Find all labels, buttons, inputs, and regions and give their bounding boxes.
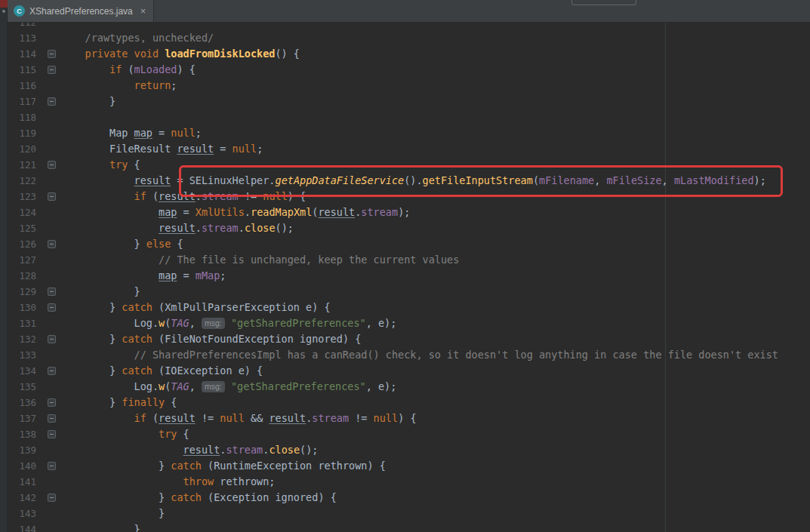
code-line[interactable]: 117 }: [0, 94, 810, 109]
code-token: }: [60, 364, 122, 377]
code-token: loadFromDiskLocked: [165, 48, 275, 60]
fold-marker-icon[interactable]: [48, 462, 56, 470]
fold-marker-icon[interactable]: [48, 66, 56, 74]
fold-marker-icon[interactable]: [48, 494, 56, 502]
code-line[interactable]: 116 return;: [0, 78, 810, 94]
code-line[interactable]: 135 Log.w(TAG, msg: "getSharedPreference…: [0, 379, 810, 395]
fold-marker-icon[interactable]: [48, 303, 56, 312]
gutter[interactable]: 124: [0, 204, 60, 220]
code-line[interactable]: 140 } catch (RuntimeException rethrown) …: [0, 458, 810, 474]
gutter[interactable]: 130: [0, 300, 60, 315]
code-line[interactable]: 126 } else {: [0, 236, 810, 252]
gutter[interactable]: 115: [0, 62, 60, 78]
tab-close-icon[interactable]: ×: [140, 6, 146, 16]
fold-marker-icon[interactable]: [48, 288, 56, 296]
code-editor[interactable]: 112113 /rawtypes, unchecked/114 private …: [0, 23, 810, 532]
code-line[interactable]: 134 } catch (IOException e) {: [0, 363, 810, 379]
code-token: if: [60, 190, 152, 202]
code-line[interactable]: 121 try {: [0, 157, 810, 173]
code-line[interactable]: 132 } catch (FileNotFoundException ignor…: [0, 331, 810, 347]
left-tool-strip: [0, 0, 8, 532]
code-line[interactable]: 139 result.stream.close();: [0, 442, 810, 458]
code-line[interactable]: 144 }: [0, 521, 810, 532]
fold-marker-icon[interactable]: [48, 398, 56, 407]
code-line[interactable]: 122 result = SELinuxHelper.getAppDataFil…: [0, 173, 810, 189]
code-line[interactable]: 124 map = XmlUtils.readMapXml(result.str…: [0, 204, 810, 220]
line-number: 122: [8, 173, 36, 189]
code-text: Log.w(TAG, msg: "getSharedPreferences", …: [60, 379, 810, 395]
code-line[interactable]: 141 throw rethrown;: [0, 474, 810, 490]
fold-marker-icon[interactable]: [48, 50, 56, 58]
gutter[interactable]: 137: [0, 411, 60, 426]
code-line[interactable]: 137 if (result != null && result.stream …: [0, 411, 810, 426]
code-token: ().: [404, 174, 422, 186]
fold-marker-icon[interactable]: [48, 367, 56, 375]
code-token: .: [245, 206, 251, 218]
gutter[interactable]: 116: [0, 78, 60, 94]
gutter[interactable]: 144: [0, 521, 60, 532]
gutter[interactable]: 141: [0, 474, 60, 490]
gutter[interactable]: 132: [0, 331, 60, 347]
code-line[interactable]: 125 result.stream.close();: [0, 220, 810, 236]
gutter[interactable]: 125: [0, 220, 60, 236]
code-line[interactable]: 112: [0, 23, 810, 30]
code-line[interactable]: 142 } catch (Exception ignored) {: [0, 490, 810, 506]
code-line[interactable]: 136 } finally {: [0, 395, 810, 411]
gutter[interactable]: 127: [0, 252, 60, 268]
gutter[interactable]: 142: [0, 490, 60, 506]
code-line[interactable]: 114 private void loadFromDiskLocked() {: [0, 46, 810, 62]
gutter[interactable]: 139: [0, 442, 60, 458]
gutter[interactable]: 117: [0, 94, 60, 109]
code-line[interactable]: 115 if (mLoaded) {: [0, 62, 810, 78]
code-line[interactable]: 128 map = mMap;: [0, 268, 810, 284]
line-number: 123: [8, 189, 36, 204]
fold-marker-icon[interactable]: [48, 414, 56, 423]
gutter[interactable]: 128: [0, 268, 60, 284]
fold-marker-icon[interactable]: [48, 97, 56, 106]
gutter[interactable]: 136: [0, 395, 60, 411]
gutter[interactable]: 129: [0, 284, 60, 300]
fold-marker-icon[interactable]: [48, 161, 56, 169]
gutter[interactable]: 121: [0, 157, 60, 173]
gutter[interactable]: 112: [0, 23, 60, 30]
code-line[interactable]: 129 }: [0, 284, 810, 300]
code-line[interactable]: 120 FileResult result = null;: [0, 141, 810, 157]
gutter[interactable]: 131: [0, 315, 60, 331]
gutter[interactable]: 135: [0, 379, 60, 395]
gutter[interactable]: 133: [0, 347, 60, 363]
fold-marker-icon[interactable]: [48, 192, 56, 201]
gutter[interactable]: 113: [0, 30, 60, 46]
fold-marker-icon[interactable]: [48, 240, 56, 248]
gutter[interactable]: 140: [0, 458, 60, 474]
gutter[interactable]: 122: [0, 173, 60, 189]
code-line[interactable]: 113 /rawtypes, unchecked/: [0, 30, 810, 46]
gutter[interactable]: 119: [0, 125, 60, 141]
gutter[interactable]: 126: [0, 236, 60, 252]
gutter[interactable]: 118: [0, 109, 60, 125]
code-line[interactable]: 127 // The file is unchanged, keep the c…: [0, 252, 810, 268]
code-token: close: [245, 222, 276, 234]
code-line[interactable]: 123 if (result.stream != null) {: [0, 189, 810, 204]
gutter[interactable]: 134: [0, 363, 60, 379]
fold-marker-icon[interactable]: [48, 335, 56, 343]
gutter[interactable]: 138: [0, 426, 60, 442]
gutter[interactable]: 123: [0, 189, 60, 204]
code-text: return;: [60, 78, 810, 94]
code-line[interactable]: 133 // SharedPreferencesImpl has a canRe…: [0, 347, 810, 363]
fold-marker-icon[interactable]: [48, 430, 56, 438]
gutter[interactable]: 114: [0, 46, 60, 62]
gutter[interactable]: 143: [0, 506, 60, 521]
code-token: // The file is unchanged, keep the curre…: [60, 254, 459, 266]
tab-xsharedpreferences[interactable]: C XSharedPreferences.java ×: [8, 0, 154, 22]
gutter[interactable]: 120: [0, 141, 60, 157]
code-token: (: [152, 412, 159, 424]
code-line[interactable]: 143 }: [0, 506, 810, 521]
code-text: map = XmlUtils.readMapXml(result.stream)…: [60, 204, 810, 220]
code-line[interactable]: 130 } catch (XmlPullParserException e) {: [0, 300, 810, 315]
code-line[interactable]: 118: [0, 109, 810, 125]
code-token: stream: [361, 206, 398, 218]
code-token: (IOException e) {: [152, 364, 263, 377]
code-line[interactable]: 138 try {: [0, 426, 810, 442]
code-line[interactable]: 131 Log.w(TAG, msg: "getSharedPreference…: [0, 315, 810, 331]
code-line[interactable]: 119 Map map = null;: [0, 125, 810, 141]
